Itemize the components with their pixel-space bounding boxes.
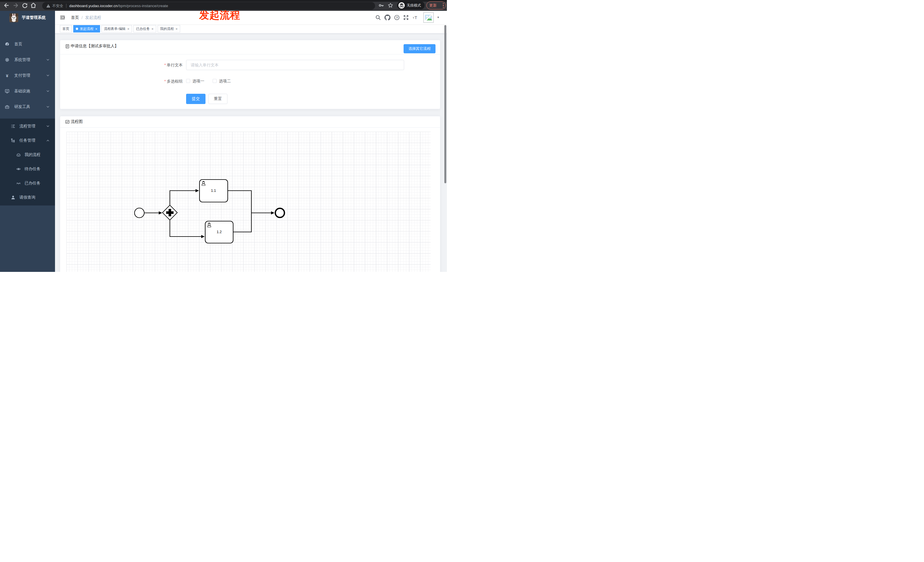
sidebar-item-label: 系统管理 — [14, 57, 30, 62]
active-tab-dot — [76, 28, 78, 30]
sidebar-item-devtools[interactable]: 研发工具 — [0, 99, 55, 115]
annotation-overlay-text: 发起流程 — [199, 9, 240, 22]
tab-label: 发起流程 — [80, 27, 93, 31]
kebab-menu-icon[interactable] — [443, 3, 444, 8]
user-icon — [11, 195, 15, 200]
forward-icon[interactable] — [12, 2, 19, 9]
sidebar-item-my-process[interactable]: 我的流程 — [0, 148, 55, 162]
yen-icon: ¥ — [5, 73, 9, 78]
tab-my-process[interactable]: 我的流程 × — [158, 25, 180, 33]
breadcrumb-current: 发起流程 — [85, 15, 101, 20]
checkbox-option-one[interactable] — [186, 79, 190, 83]
logo-avatar — [9, 13, 18, 22]
user-task-1-2-node: 1.2 — [205, 221, 233, 243]
apply-info-card-header: 申请信息【测试多审批人】 — [60, 40, 440, 54]
back-icon[interactable] — [3, 2, 10, 9]
image-icon — [65, 120, 69, 124]
sidebar-item-label: 研发工具 — [14, 104, 30, 109]
svg-text:T: T — [415, 15, 417, 20]
bookmark-star-icon[interactable] — [388, 3, 393, 8]
tab-close-icon[interactable]: × — [176, 27, 178, 31]
sidebar-item-system[interactable]: 系统管理 — [0, 52, 55, 67]
breadcrumb-separator: / — [81, 15, 82, 20]
incognito-icon — [399, 2, 405, 9]
sidebar-item-done-tasks[interactable]: 已办任务 — [0, 176, 55, 190]
gear-icon — [5, 58, 9, 62]
sidebar-item-label: 支付管理 — [14, 73, 30, 78]
sidebar-item-leave-query[interactable]: 请假查询 — [0, 190, 55, 205]
sidebar-item-home[interactable]: 首页 — [0, 36, 55, 52]
breadcrumb-home[interactable]: 首页 — [71, 15, 79, 20]
warning-label: 不安全 — [52, 3, 63, 9]
select-other-process-button[interactable]: 选择其它流程 — [404, 44, 435, 53]
flow-task-1-1-out — [228, 191, 251, 213]
tab-close-icon[interactable]: × — [128, 27, 130, 31]
svg-text:¥: ¥ — [6, 73, 9, 78]
tab-start-process[interactable]: 发起流程 × — [73, 25, 100, 33]
required-asterisk: * — [165, 79, 166, 84]
robot-icon — [16, 153, 21, 157]
reset-button[interactable]: 重置 — [208, 94, 227, 104]
end-event-node — [275, 208, 285, 217]
task-label: 1.1 — [211, 189, 216, 193]
avatar-caret-icon[interactable]: ▼ — [437, 16, 440, 19]
font-size-icon[interactable]: T T — [412, 15, 418, 20]
checkbox-option-two-label[interactable]: 选项二 — [219, 79, 231, 84]
chevron-up-icon — [46, 139, 50, 142]
arrowhead — [201, 235, 205, 238]
site-warning[interactable]: 不安全 — [46, 3, 63, 9]
home-icon[interactable] — [30, 2, 36, 9]
task-label: 1.2 — [217, 230, 222, 234]
tree-icon — [11, 138, 15, 143]
browser-menu-update-button[interactable]: 更新 — [426, 1, 446, 9]
page-scrollbar[interactable] — [444, 25, 446, 183]
tab-label: 已办任务 — [136, 27, 150, 31]
process-diagram-card-header: 流程图 — [60, 116, 440, 128]
sidebar: 芋道管理系统 首页 系统管理 ¥ 支付管理 — [0, 11, 55, 272]
eye-closed-icon — [16, 181, 21, 186]
app-title: 芋道管理系统 — [22, 15, 46, 20]
github-icon[interactable] — [384, 15, 390, 21]
chevron-down-icon — [46, 90, 50, 93]
tab-close-icon[interactable]: × — [95, 27, 98, 31]
avatar[interactable] — [423, 12, 434, 23]
svg-text:?: ? — [396, 16, 398, 19]
bpmn-diagram: 1.1 1.2 — [66, 132, 430, 272]
search-icon[interactable] — [375, 15, 381, 20]
tags-view-bar: 首页 发起流程 × 流程表单-编辑 × 已办任务 × 我的流程 × — [55, 24, 447, 34]
arrowhead — [159, 211, 162, 214]
tab-home[interactable]: 首页 — [60, 25, 72, 33]
checkbox-option-two[interactable] — [213, 79, 217, 83]
sidebar-item-label: 待办任务 — [24, 166, 40, 172]
sidebar-item-payment[interactable]: ¥ 支付管理 — [0, 67, 55, 83]
browser-tab-strip — [0, 0, 447, 2]
reload-icon[interactable] — [22, 2, 28, 9]
tab-label: 我的流程 — [160, 27, 174, 31]
flow-gateway-to-task-1-2 — [170, 220, 201, 237]
checkbox-option-one-label[interactable]: 选项一 — [192, 79, 204, 84]
card-title-text: 流程图 — [70, 119, 82, 124]
sidebar-logo[interactable]: 芋道管理系统 — [0, 11, 55, 24]
chevron-down-icon — [46, 105, 50, 109]
sidebar-item-todo-tasks[interactable]: 待办任务 — [0, 162, 55, 176]
sidebar-item-infrastructure[interactable]: 基础设施 — [0, 83, 55, 99]
sidebar-item-process-management[interactable]: 流程管理 — [0, 119, 55, 133]
document-icon — [65, 44, 69, 48]
tab-done-tasks[interactable]: 已办任务 × — [134, 25, 156, 33]
tab-form-edit[interactable]: 流程表单-编辑 × — [102, 25, 132, 33]
help-icon[interactable]: ? — [394, 15, 400, 20]
app-header: 首页 / 发起流程 ? T T ▼ — [55, 11, 447, 24]
password-key-icon[interactable] — [378, 3, 384, 8]
single-line-text-input[interactable] — [186, 60, 404, 70]
incognito-label: 无痕模式 — [407, 3, 421, 8]
bpmn-canvas[interactable]: 1.1 1.2 — [66, 132, 430, 272]
sidebar-item-label: 基础设施 — [14, 88, 30, 94]
submit-button[interactable]: 提交 — [186, 94, 206, 104]
sidebar-item-label: 任务管理 — [20, 138, 35, 143]
sidebar-collapse-icon[interactable] — [60, 15, 65, 20]
card-title-text: 申请信息【测试多审批人】 — [70, 43, 118, 49]
tab-close-icon[interactable]: × — [152, 27, 154, 31]
text-field-label: *单行文本 — [126, 63, 183, 68]
sidebar-item-task-management[interactable]: 任务管理 — [0, 133, 55, 148]
fullscreen-icon[interactable] — [403, 15, 409, 20]
